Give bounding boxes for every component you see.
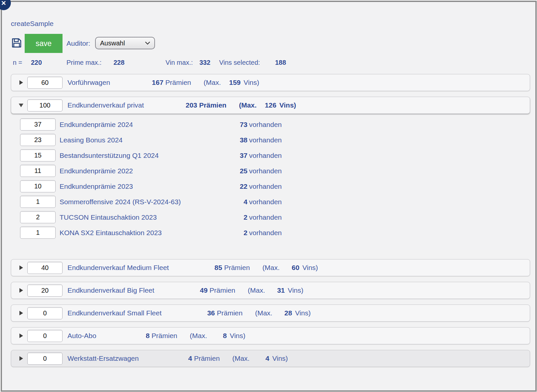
campaign-available-word: vorhanden (249, 136, 282, 144)
section-praemien-word: Prämien (210, 286, 235, 294)
campaign-available-count: 2 (228, 213, 247, 221)
section-row: Endkundenverkauf privat 203 Prämien (Max… (11, 97, 530, 114)
section-count-input[interactable] (27, 330, 63, 342)
stat-n: n = 220 (13, 59, 22, 66)
section-vins-word: Vins) (243, 79, 259, 86)
section-label: Werkstatt-Ersatzwagen (67, 355, 139, 362)
section-max-open: (Max. (190, 332, 207, 340)
section-max-vins: 126 (257, 101, 276, 109)
section-label: Endkundenverkauf Medium Fleet (67, 264, 169, 272)
section-max-vins: 8 (207, 332, 227, 340)
stat-n-value: 220 (31, 59, 42, 66)
section-vins-word: Vins) (230, 332, 245, 340)
section-vins-word: Vins) (295, 309, 311, 317)
campaign-available-count: 22 (228, 183, 247, 190)
campaign-row: Bestandsunterstützung Q1 2024 37 vorhand… (11, 149, 530, 161)
section-row: Auto-Abo 8 Prämien (Max. 8 Vins) (11, 327, 530, 344)
stat-prime-max-value: 228 (114, 59, 124, 66)
disclosure-triangle-icon[interactable] (19, 356, 23, 361)
section-vins-word: Vins) (272, 355, 288, 362)
campaign-row: Endkundenprämie 2022 25 vorhanden (11, 165, 530, 177)
campaign-available-count: 37 (228, 152, 247, 159)
section-max-open: (Max. (204, 79, 221, 86)
stat-vin-max-value: 332 (199, 59, 210, 66)
disclosure-triangle-icon[interactable] (19, 265, 23, 270)
campaign-available-word: vorhanden (249, 183, 282, 190)
stat-prime-max: Prime max.: 228 (66, 59, 102, 66)
section-praemien-count: 203 (181, 101, 197, 109)
campaign-label: Bestandsunterstützung Q1 2024 (60, 152, 228, 159)
stat-vins-selected-value: 188 (275, 59, 286, 66)
section-label: Vorführwagen (67, 79, 110, 86)
campaign-available-word: vorhanden (249, 121, 282, 129)
campaign-available-count: 73 (228, 121, 247, 129)
disclosure-triangle-icon[interactable] (19, 288, 23, 293)
section-max-open: (Max. (239, 101, 257, 109)
sections: Vorführwagen 167 Prämien (Max. 159 Vins)… (11, 74, 530, 373)
campaign-available-count: 4 (228, 198, 247, 206)
section-count-input[interactable] (27, 262, 63, 274)
section-count-input[interactable] (27, 284, 63, 297)
campaign-available-count: 38 (228, 136, 247, 144)
campaign-label: Endkundenprämie 2023 (60, 183, 228, 190)
section-row: Endkundenverkauf Small Fleet 36 Prämien … (11, 305, 530, 322)
section-praemien-word: Prämien (217, 309, 243, 317)
campaign-row: KONA SX2 Eintauschaktion 2023 2 vorhande… (11, 227, 530, 239)
campaign-count-input[interactable] (20, 134, 56, 146)
section-row: Endkundenverkauf Medium Fleet 85 Prämien… (11, 259, 530, 276)
disclosure-triangle-icon[interactable] (19, 333, 23, 338)
stat-vin-max: Vin max.: 332 (166, 59, 193, 66)
section-count-input[interactable] (27, 99, 63, 111)
window-frame: ✕ createSample save Auditor: Auswahl n =… (1, 1, 537, 392)
stat-prime-max-label: Prime max.: (66, 59, 102, 66)
campaign-available-count: 25 (228, 167, 247, 175)
section-count-input[interactable] (27, 353, 63, 365)
stat-vin-max-label: Vin max.: (166, 59, 193, 66)
campaign-count-input[interactable] (20, 211, 56, 223)
stat-vins-selected-label: Vins selected: (219, 59, 260, 66)
campaign-available-word: vorhanden (249, 167, 282, 175)
section-vins-word: Vins) (279, 101, 296, 109)
section-max-open: (Max. (248, 286, 265, 294)
campaign-list: Endkundenprämie 2024 73 vorhanden Leasin… (11, 114, 530, 239)
save-disk-icon[interactable] (11, 37, 22, 48)
auditor-select[interactable]: Auswahl (95, 37, 155, 49)
campaign-label: Endkundenprämie 2022 (60, 167, 228, 175)
campaign-available-word: vorhanden (249, 213, 282, 221)
section-praemien-count: 49 (191, 286, 208, 294)
section-praemien-word: Prämien (194, 355, 220, 362)
section-praemien-count: 167 (147, 79, 164, 86)
campaign-count-input[interactable] (20, 196, 56, 208)
section-count-input[interactable] (27, 307, 63, 319)
section-label: Endkundenverkauf privat (67, 101, 144, 109)
section-max-vins: 159 (221, 79, 241, 86)
campaign-available-count: 2 (228, 229, 247, 237)
campaign-label: Endkundenprämie 2024 (60, 121, 228, 129)
campaign-row: Endkundenprämie 2023 22 vorhanden (11, 180, 530, 192)
section-count-input[interactable] (27, 77, 63, 89)
disclosure-triangle-icon[interactable] (19, 311, 23, 315)
section-label: Auto-Abo (67, 332, 96, 340)
campaign-count-input[interactable] (20, 149, 56, 161)
save-button[interactable]: save (25, 34, 63, 53)
section-max-vins: 28 (272, 309, 292, 317)
disclosure-triangle-icon[interactable] (19, 80, 23, 85)
section-row: Vorführwagen 167 Prämien (Max. 159 Vins) (11, 74, 530, 91)
section-praemien-word: Prämien (199, 101, 226, 109)
campaign-count-input[interactable] (20, 227, 56, 239)
section-max-vins: 31 (265, 286, 285, 294)
campaign-row: Sommeroffensive 2024 (RS-V-2024-63) 4 vo… (11, 196, 530, 208)
campaign-row: Leasing Bonus 2024 38 vorhanden (11, 134, 530, 146)
close-icon[interactable]: ✕ (0, 0, 11, 10)
section-row: Werkstatt-Ersatzwagen 4 Prämien (Max. 4 … (11, 350, 530, 367)
section-max-open: (Max. (262, 264, 280, 272)
section-praemien-word: Prämien (224, 264, 250, 272)
campaign-count-input[interactable] (20, 118, 56, 131)
section-praemien-count: 36 (198, 309, 215, 317)
auditor-select-value: Auswahl (100, 39, 145, 47)
disclosure-triangle-icon[interactable] (19, 104, 23, 107)
section-label: Endkundenverkauf Small Fleet (67, 309, 162, 317)
campaign-count-input[interactable] (20, 180, 56, 192)
campaign-available-word: vorhanden (249, 152, 282, 159)
campaign-count-input[interactable] (20, 165, 56, 177)
